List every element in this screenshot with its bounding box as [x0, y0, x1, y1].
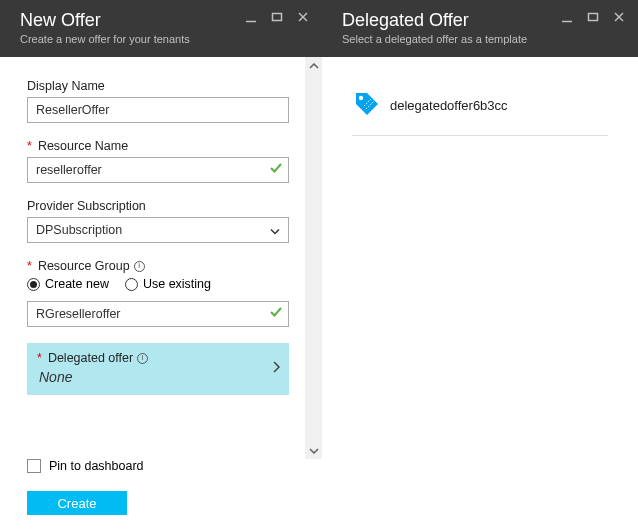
resource-group-label: * Resource Group i	[27, 259, 289, 273]
display-name-label: Display Name	[27, 79, 289, 93]
delegated-offer-value: None	[37, 369, 279, 385]
new-offer-panel: New Offer Create a new offer for your te…	[0, 0, 322, 531]
provider-sub-value: DPSubscription	[36, 223, 122, 237]
minimize-icon[interactable]	[556, 6, 578, 28]
radio-create-new-label: Create new	[45, 277, 109, 291]
valid-check-icon	[269, 305, 283, 323]
resource-group-name-input[interactable]	[27, 301, 289, 327]
resource-group-mode: Create new Use existing	[27, 277, 289, 291]
chevron-right-icon	[272, 360, 281, 378]
form-area: Display Name * Resource Name Provider Su…	[27, 79, 289, 395]
radio-use-existing[interactable]: Use existing	[125, 277, 211, 291]
close-icon[interactable]	[608, 6, 630, 28]
svg-rect-5	[589, 14, 598, 21]
radio-use-existing-label: Use existing	[143, 277, 211, 291]
minimize-icon[interactable]	[240, 6, 262, 28]
delegated-offer-label: Delegated offer	[48, 351, 133, 365]
maximize-icon[interactable]	[266, 6, 288, 28]
provider-sub-select[interactable]: DPSubscription	[27, 217, 289, 243]
resource-name-label-text: Resource Name	[38, 139, 128, 153]
create-button[interactable]: Create	[27, 491, 127, 515]
resource-name-input[interactable]	[27, 157, 289, 183]
panel-subtitle: Create a new offer for your tenants	[20, 33, 308, 45]
delegated-offer-item-label: delegatedoffer6b3cc	[390, 98, 508, 113]
maximize-icon[interactable]	[582, 6, 604, 28]
svg-rect-1	[273, 14, 282, 21]
close-icon[interactable]	[292, 6, 314, 28]
delegated-offer-item[interactable]: delegatedoffer6b3cc	[352, 79, 608, 136]
info-icon[interactable]: i	[134, 261, 145, 272]
chevron-down-icon	[270, 223, 280, 238]
panel-header: Delegated Offer Select a delegated offer…	[322, 0, 638, 57]
svg-point-8	[359, 96, 363, 100]
required-marker: *	[27, 259, 32, 273]
required-marker: *	[37, 351, 42, 365]
delegated-offer-panel: Delegated Offer Select a delegated offer…	[322, 0, 638, 531]
panel-header: New Offer Create a new offer for your te…	[0, 0, 322, 57]
scroll-down-icon[interactable]	[307, 444, 320, 457]
window-controls	[240, 6, 314, 28]
scroll-up-icon[interactable]	[307, 59, 320, 72]
radio-icon	[27, 278, 40, 291]
delegated-offer-label-row: * Delegated offer i	[37, 351, 279, 365]
resource-name-label: * Resource Name	[27, 139, 289, 153]
provider-sub-label: Provider Subscription	[27, 199, 289, 213]
scrollbar[interactable]	[305, 57, 322, 459]
display-name-input[interactable]	[27, 97, 289, 123]
panel-body: Display Name * Resource Name Provider Su…	[0, 57, 322, 459]
required-marker: *	[27, 139, 32, 153]
radio-icon	[125, 278, 138, 291]
delegated-offer-selector[interactable]: * Delegated offer i None	[27, 343, 289, 395]
radio-create-new[interactable]: Create new	[27, 277, 109, 291]
pin-label: Pin to dashboard	[49, 459, 144, 473]
panel-footer: Pin to dashboard Create	[0, 459, 322, 531]
panel-subtitle: Select a delegated offer as a template	[342, 33, 624, 45]
window-controls	[556, 6, 630, 28]
checkbox-icon[interactable]	[27, 459, 41, 473]
resource-group-label-text: Resource Group	[38, 259, 130, 273]
price-tag-icon	[352, 89, 380, 121]
valid-check-icon	[269, 161, 283, 179]
pin-to-dashboard-row[interactable]: Pin to dashboard	[27, 459, 295, 473]
info-icon[interactable]: i	[137, 353, 148, 364]
panel-body: delegatedoffer6b3cc	[322, 57, 638, 531]
